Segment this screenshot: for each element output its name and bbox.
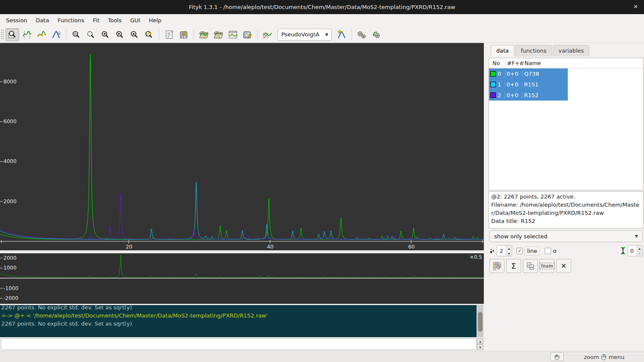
- load-data-button[interactable]: [197, 28, 211, 41]
- rename-button[interactable]: Inam: [540, 259, 555, 273]
- zoom-previous-button[interactable]: [142, 28, 156, 41]
- command-input[interactable]: [1, 338, 477, 350]
- edit-data-icon: [243, 30, 252, 39]
- edit-data-button[interactable]: [241, 28, 254, 41]
- y-shift-value: 0: [628, 246, 636, 256]
- zoom-all-button[interactable]: [69, 28, 83, 41]
- table-row-R152[interactable]: 20+0R152: [489, 90, 568, 101]
- sigma-sum-label: Σ: [511, 261, 516, 270]
- svg-text:-2000: -2000: [3, 295, 18, 301]
- clear-functions-button[interactable]: [261, 28, 274, 41]
- cell-no: 1: [498, 81, 505, 88]
- zoom-select-button[interactable]: [84, 28, 98, 41]
- data-table-button[interactable]: [226, 28, 240, 41]
- tab-variables[interactable]: variables: [553, 45, 589, 56]
- zoom-right-button[interactable]: [113, 28, 127, 41]
- zoom-select-icon: [86, 30, 95, 39]
- zoom-up-icon: [130, 30, 139, 39]
- info-line: Filename: /home/aleplo/test/Documents/Ch…: [491, 201, 641, 217]
- tab-functions[interactable]: functions: [515, 45, 552, 56]
- show-mode-value: show only selected: [494, 233, 547, 240]
- range-mode-button[interactable]: [20, 28, 34, 41]
- zoom-up-button[interactable]: [128, 28, 141, 41]
- y-shift-spinner[interactable]: 0 ▲▼: [627, 245, 643, 256]
- points-mode-button[interactable]: [35, 28, 48, 41]
- console-scrollbar[interactable]: [477, 305, 483, 337]
- sidebar: datafunctionsvariables No #F+# Name 00+0…: [488, 43, 644, 351]
- input-history-down-button[interactable]: ▼: [477, 344, 483, 350]
- clear-functions-icon: [262, 30, 273, 39]
- column-header-name[interactable]: Name: [522, 60, 568, 66]
- svg-text:4000: 4000: [3, 158, 17, 164]
- spin-up-icon[interactable]: ▲: [506, 246, 512, 251]
- menu-session[interactable]: Session: [2, 15, 32, 25]
- sidebar-tabs: datafunctionsvariables: [491, 45, 590, 56]
- add-function-button[interactable]: [335, 28, 349, 41]
- menu-help[interactable]: Help: [144, 15, 166, 25]
- spin-down-icon[interactable]: ▼: [506, 251, 512, 256]
- svg-text:1000: 1000: [3, 265, 17, 271]
- add-peak-mode-icon: [51, 30, 61, 39]
- input-history-up-button[interactable]: ▲: [477, 338, 483, 344]
- undo-fit-button[interactable]: [370, 28, 383, 41]
- table-row-R151[interactable]: 10+0R151: [489, 79, 568, 90]
- run-script-button[interactable]: [177, 28, 191, 41]
- point-size-spinner[interactable]: 2 ▲▼: [497, 245, 512, 256]
- session-log-button[interactable]: [162, 28, 176, 41]
- add-peak-mode-button[interactable]: [49, 28, 63, 41]
- function-type-select[interactable]: PseudoVoigtA ▼: [277, 29, 332, 41]
- tab-data[interactable]: data: [491, 45, 514, 56]
- main-plot[interactable]: 2000400060008000204060: [0, 43, 484, 250]
- toolbar-separator: [257, 30, 258, 40]
- menu-data[interactable]: Data: [32, 15, 54, 25]
- menu-fit[interactable]: Fit: [89, 15, 104, 25]
- load-data-custom-button[interactable]: [212, 28, 225, 41]
- menu-tools[interactable]: Tools: [104, 15, 126, 25]
- run-fit-icon: [357, 30, 367, 39]
- toolbar: PseudoVoigtA ▼: [0, 27, 644, 43]
- cell-no: 2: [498, 92, 505, 98]
- data-table-body: 00+0Q73810+0R15120+0R152: [489, 68, 643, 101]
- menu-bar: SessionDataFunctionsFitToolsGUIHelp: [0, 14, 644, 27]
- menu-hint-label: menu: [608, 354, 624, 360]
- toolbar-separator: [159, 30, 159, 40]
- svg-text:2000: 2000: [3, 255, 17, 261]
- range-mode-icon: [22, 30, 32, 39]
- check-icon: ✓: [518, 248, 522, 254]
- show-mode-select[interactable]: show only selected ▼: [489, 230, 643, 242]
- dataset-color-swatch[interactable]: [490, 71, 496, 77]
- title-bar: Fityk 1.3.1 - /home/aleplo/test/Document…: [0, 0, 644, 14]
- column-header-no[interactable]: No: [489, 60, 505, 66]
- sigma-checkbox[interactable]: [545, 248, 551, 254]
- main-plot-canvas[interactable]: 2000400060008000204060: [0, 43, 484, 251]
- toolbar-drag-handle[interactable]: [1, 29, 4, 40]
- scrollbar-thumb[interactable]: [478, 312, 483, 332]
- plot-splitter[interactable]: [0, 250, 484, 253]
- fityk-window: Fityk 1.3.1 - /home/aleplo/test/Document…: [0, 0, 644, 362]
- cell-name: R151: [522, 81, 567, 88]
- column-header-functions[interactable]: #F+#: [505, 60, 522, 66]
- run-fit-button[interactable]: [355, 28, 369, 41]
- menu-gui[interactable]: GUI: [126, 15, 144, 25]
- zoom-mode-button[interactable]: [6, 28, 19, 41]
- data-table: No #F+# Name 00+0Q73810+0R15120+0R152: [489, 58, 644, 190]
- toolbar-separator: [66, 30, 66, 40]
- spin-down-icon[interactable]: ▼: [637, 251, 642, 256]
- svg-text:-1000: -1000: [3, 285, 18, 291]
- dataset-color-swatch[interactable]: [490, 92, 496, 98]
- mouse-config-button[interactable]: [550, 352, 564, 361]
- delete-dataset-button[interactable]: ✕: [556, 259, 571, 273]
- data-editor-button[interactable]: [489, 259, 504, 273]
- spin-up-icon[interactable]: ▲: [637, 246, 642, 251]
- menu-functions[interactable]: Functions: [54, 15, 89, 25]
- table-row-Q738[interactable]: 00+0Q738: [489, 68, 568, 79]
- line-checkbox[interactable]: ✓: [516, 248, 523, 254]
- aux-plot-canvas[interactable]: -2000-100010002000: [0, 253, 484, 304]
- zoom-left-button[interactable]: [98, 28, 112, 41]
- dataset-color-swatch[interactable]: [490, 82, 496, 87]
- aux-plot[interactable]: -2000-100010002000 ×0.5: [0, 253, 484, 304]
- copy-functions-button[interactable]: [523, 259, 538, 273]
- close-window-icon[interactable]: ✕: [633, 3, 638, 10]
- cell-name: Q738: [522, 71, 567, 77]
- sum-button[interactable]: Σ: [506, 259, 521, 273]
